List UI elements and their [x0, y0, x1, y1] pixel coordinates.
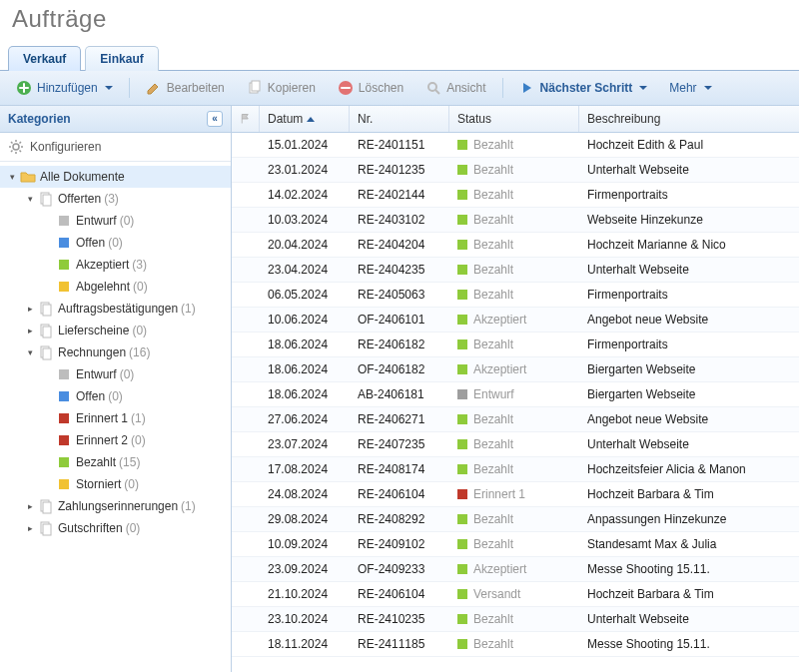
- caret-none: [42, 259, 54, 271]
- separator: [129, 78, 130, 98]
- table-row[interactable]: 23.09.2024OF-2409233AkzeptiertMesse Shoo…: [232, 557, 799, 582]
- svg-rect-17: [43, 524, 51, 535]
- cell-status-label: Bezahlt: [473, 412, 513, 426]
- table-row[interactable]: 18.06.2024AB-2406181EntwurfBiergarten We…: [232, 382, 799, 407]
- folder-icon: [20, 169, 36, 185]
- cell-status-label: Bezahlt: [473, 462, 513, 476]
- cell-desc: Standesamt Max & Julia: [579, 532, 799, 556]
- cell-desc: Biergarten Webseite: [579, 357, 799, 381]
- next-step-button[interactable]: Nächster Schritt: [513, 77, 654, 99]
- tree-node-count: (0): [126, 521, 141, 535]
- cell-status: Erinnert 1: [449, 482, 579, 506]
- documents-icon: [38, 191, 54, 207]
- column-status[interactable]: Status: [449, 106, 579, 132]
- tree-node-re[interactable]: ▾Rechnungen(16): [0, 341, 231, 363]
- column-flag[interactable]: [232, 106, 260, 132]
- tree-node-label: Erinnert 2: [76, 433, 128, 447]
- status-color-icon: [457, 265, 467, 275]
- table-row[interactable]: 27.06.2024RE-2406271BezahltAngebot neue …: [232, 407, 799, 432]
- table-row[interactable]: 29.08.2024RE-2408292BezahltAnpassungen H…: [232, 507, 799, 532]
- table-row[interactable]: 24.08.2024RE-2406104Erinnert 1Hochzeit B…: [232, 482, 799, 507]
- table-row[interactable]: 17.08.2024RE-2408174BezahltHochzeitsfeie…: [232, 457, 799, 482]
- column-desc[interactable]: Beschreibung: [579, 106, 799, 132]
- table-row[interactable]: 23.07.2024RE-2407235BezahltUnterhalt Web…: [232, 432, 799, 457]
- configure-button[interactable]: Konfigurieren: [0, 133, 231, 162]
- tree-node-count: (0): [132, 324, 147, 337]
- table-row[interactable]: 20.04.2024RE-2404204BezahltHochzeit Mari…: [232, 233, 799, 258]
- cell-desc: Angebot neue Website: [579, 407, 799, 431]
- tree-node-offerten[interactable]: ▾Offerten(3): [0, 188, 231, 210]
- grid-body[interactable]: 15.01.2024RE-2401151BezahltHochzeit Edit…: [232, 133, 799, 672]
- status-box-icon: [56, 432, 72, 448]
- more-button-label: Mehr: [669, 81, 696, 95]
- row-flag: [232, 389, 260, 399]
- tree-node-all[interactable]: ▾Alle Dokumente: [0, 166, 231, 188]
- documents-icon: [38, 301, 54, 317]
- caret-right-icon[interactable]: ▸: [24, 500, 36, 512]
- caret-none: [42, 390, 54, 402]
- table-row[interactable]: 10.09.2024RE-2409102BezahltStandesamt Ma…: [232, 532, 799, 557]
- cell-date: 10.03.2024: [260, 208, 350, 232]
- tree-node-re-offen[interactable]: Offen(0): [0, 385, 231, 407]
- table-row[interactable]: 10.03.2024RE-2403102BezahltWebseite Hinz…: [232, 208, 799, 233]
- cell-nr: RE-2408292: [350, 507, 449, 531]
- caret-right-icon[interactable]: ▸: [24, 303, 36, 315]
- tree-node-off-entwurf[interactable]: Entwurf(0): [0, 210, 231, 232]
- table-row[interactable]: 18.06.2024OF-2406182AkzeptiertBiergarten…: [232, 357, 799, 382]
- cell-date: 06.05.2024: [260, 283, 350, 307]
- table-row[interactable]: 10.06.2024OF-2406101AkzeptiertAngebot ne…: [232, 308, 799, 333]
- row-flag: [232, 414, 260, 424]
- table-row[interactable]: 15.01.2024RE-2401151BezahltHochzeit Edit…: [232, 133, 799, 158]
- tree-node-count: (15): [119, 455, 140, 469]
- collapse-sidebar-button[interactable]: «: [207, 111, 223, 127]
- tree-node-gs[interactable]: ▸Gutschriften(0): [0, 517, 231, 539]
- delete-button[interactable]: Löschen: [332, 77, 409, 99]
- tree-node-ls[interactable]: ▸Lieferscheine(0): [0, 320, 231, 341]
- table-row[interactable]: 18.11.2024RE-2411185BezahltMesse Shootin…: [232, 632, 799, 657]
- tree-node-label: Entwurf: [76, 367, 117, 381]
- cell-desc: Hochzeit Barbara & Tim: [579, 482, 799, 506]
- tree-node-off-abg[interactable]: Abgelehnt(0): [0, 276, 231, 298]
- copy-button[interactable]: Kopieren: [241, 77, 322, 99]
- tab-einkauf[interactable]: Einkauf: [85, 46, 158, 71]
- more-button[interactable]: Mehr: [663, 78, 717, 98]
- table-row[interactable]: 23.01.2024RE-2401235BezahltUnterhalt Web…: [232, 158, 799, 183]
- tree-node-label: Offen: [76, 236, 105, 250]
- caret-right-icon[interactable]: ▸: [24, 325, 36, 336]
- tree-node-off-akz[interactable]: Akzeptiert(3): [0, 254, 231, 276]
- table-row[interactable]: 06.05.2024RE-2405063BezahltFirmenportrai…: [232, 283, 799, 308]
- caret-right-icon[interactable]: ▸: [24, 522, 36, 534]
- tree-node-re-er1[interactable]: Erinnert 1(1): [0, 407, 231, 429]
- column-nr[interactable]: Nr.: [350, 106, 449, 132]
- cell-nr: RE-2408174: [350, 457, 449, 481]
- tree-node-ab[interactable]: ▸Auftragsbestätigungen(1): [0, 298, 231, 320]
- caret-none: [42, 434, 54, 446]
- row-flag: [232, 514, 260, 524]
- add-button[interactable]: Hinzufügen: [10, 77, 119, 99]
- column-date[interactable]: Datum: [260, 106, 350, 132]
- cell-status-label: Bezahlt: [473, 337, 513, 351]
- tree-node-ze[interactable]: ▸Zahlungserinnerungen(1): [0, 495, 231, 517]
- cell-nr: OF-2406101: [350, 308, 449, 332]
- caret-down-icon[interactable]: ▾: [24, 346, 36, 358]
- caret-down-icon[interactable]: ▾: [24, 193, 36, 205]
- tree-node-re-er2[interactable]: Erinnert 2(0): [0, 429, 231, 451]
- table-row[interactable]: 21.10.2024RE-2406104VersandtHochzeit Bar…: [232, 582, 799, 607]
- status-color-icon: [457, 564, 467, 574]
- row-flag: [232, 564, 260, 574]
- edit-button[interactable]: Bearbeiten: [140, 77, 231, 99]
- table-row[interactable]: 18.06.2024RE-2406182BezahltFirmenportrai…: [232, 333, 799, 357]
- table-row[interactable]: 14.02.2024RE-2402144BezahltFirmenportrai…: [232, 183, 799, 208]
- row-flag: [232, 639, 260, 649]
- tree-node-re-entwurf[interactable]: Entwurf(0): [0, 363, 231, 385]
- table-row[interactable]: 23.10.2024RE-2410235BezahltUnterhalt Web…: [232, 607, 799, 632]
- view-button[interactable]: Ansicht: [419, 77, 491, 99]
- tab-verkauf[interactable]: Verkauf: [8, 46, 81, 71]
- tree-node-re-bez[interactable]: Bezahlt(15): [0, 451, 231, 473]
- tree-node-off-offen[interactable]: Offen(0): [0, 232, 231, 254]
- tree-node-count: (1): [131, 411, 146, 425]
- documents-icon: [38, 520, 54, 536]
- caret-down-icon[interactable]: ▾: [6, 171, 18, 183]
- table-row[interactable]: 23.04.2024RE-2404235BezahltUnterhalt Web…: [232, 258, 799, 283]
- tree-node-re-sto[interactable]: Storniert(0): [0, 473, 231, 495]
